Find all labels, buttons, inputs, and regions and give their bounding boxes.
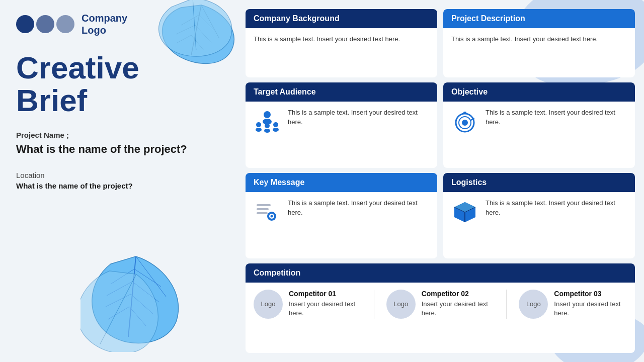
objective-title: Objective — [451, 87, 488, 96]
title-line2: Brief — [16, 83, 87, 118]
logo-circle-3 — [56, 15, 74, 33]
key-message-card: Key Message This is a sample text. — [246, 173, 437, 258]
competitor-2-item: Logo Competitor 02 Insert your desired t… — [386, 290, 495, 319]
company-background-title: Company Background — [254, 14, 340, 23]
svg-point-34 — [472, 118, 474, 120]
company-background-body: This is a sample text. Insert your desir… — [246, 28, 437, 50]
svg-point-20 — [264, 111, 271, 118]
location-label: Location — [16, 171, 220, 179]
competitor-3-logo: Logo — [519, 290, 548, 319]
svg-point-25 — [273, 128, 279, 132]
project-name-label: Project Name ; — [16, 131, 220, 139]
key-message-title: Key Message — [254, 178, 304, 187]
objective-body: This is a sample text. Insert your desir… — [443, 102, 635, 141]
competitor-2-desc: Insert your desired text here. — [422, 300, 495, 318]
leaf-decoration-bottom — [80, 251, 191, 352]
svg-point-23 — [256, 128, 262, 132]
svg-rect-35 — [257, 204, 271, 206]
logo-text: Company Logo — [82, 12, 127, 36]
objective-card: Objective — [443, 82, 635, 168]
target-audience-text: This is a sample text. Insert your desir… — [288, 108, 429, 127]
location-value: What is the name of the project? — [16, 182, 220, 190]
logo-circle-1 — [16, 15, 34, 33]
svg-point-24 — [273, 122, 278, 127]
competition-body: Logo Competitor 01 Insert your desired t… — [246, 283, 635, 326]
svg-rect-37 — [257, 212, 268, 214]
target-audience-card: Target Audience — [246, 82, 437, 168]
competitor-1-info: Competitor 01 Insert your desired text h… — [289, 290, 362, 318]
row-2: Target Audience — [246, 82, 635, 168]
key-message-header: Key Message — [246, 173, 437, 192]
project-description-header: Project Description — [443, 9, 635, 28]
competitor-3-name: Competitor 03 — [554, 290, 627, 298]
svg-point-26 — [265, 123, 270, 128]
top-row: Company Background This is a sample text… — [246, 9, 635, 77]
objective-text: This is a sample text. Insert your desir… — [486, 108, 627, 127]
key-message-text: This is a sample text. Insert your desir… — [288, 198, 429, 218]
logistics-body: This is a sample text. Insert your desir… — [443, 192, 635, 231]
competitor-1-logo: Logo — [254, 290, 283, 319]
objective-icon — [451, 108, 478, 135]
company-background-text: This is a sample text. Insert your desir… — [254, 35, 400, 43]
company-background-card: Company Background This is a sample text… — [246, 9, 437, 77]
svg-point-40 — [271, 215, 273, 217]
competitor-3-item: Logo Competitor 03 Insert your desired t… — [519, 290, 627, 319]
logistics-card: Logistics This is a sample text. Insert … — [443, 173, 635, 258]
project-description-title: Project Description — [451, 14, 525, 23]
competitor-2-name: Competitor 02 — [422, 290, 495, 298]
svg-point-27 — [264, 129, 270, 133]
logistics-header: Logistics — [443, 173, 635, 192]
competitor-3-info: Competitor 03 Insert your desired text h… — [554, 290, 627, 318]
competitor-2-logo: Logo — [386, 290, 416, 319]
comp-divider-1 — [374, 290, 374, 319]
title-line1: Creative — [16, 50, 139, 85]
comp-divider-2 — [506, 290, 507, 319]
leaf-decoration-top — [141, 0, 242, 70]
competitor-1-logo-text: Logo — [261, 300, 276, 308]
competitor-1-item: Logo Competitor 01 Insert your desired t… — [254, 290, 362, 319]
logistics-title: Logistics — [451, 178, 487, 187]
competitor-1-name: Competitor 01 — [289, 290, 362, 298]
target-audience-title: Target Audience — [254, 87, 316, 96]
competitor-3-desc: Insert your desired text here. — [554, 300, 627, 318]
competitor-2-logo-text: Logo — [393, 300, 408, 308]
target-audience-body: This is a sample text. Insert your desir… — [246, 102, 437, 141]
logo-text-line1: Company — [82, 13, 127, 24]
logo-circle-2 — [36, 15, 54, 33]
svg-point-30 — [462, 120, 468, 126]
logistics-icon — [451, 198, 478, 225]
logistics-text: This is a sample text. Insert your desir… — [486, 198, 627, 218]
target-audience-icon — [254, 108, 281, 135]
project-name-value: What is the name of the project? — [16, 142, 220, 157]
company-background-header: Company Background — [246, 9, 437, 28]
competition-section: Competition Logo Competitor 01 Insert yo… — [246, 263, 635, 353]
svg-point-22 — [256, 122, 261, 127]
right-panel: Company Background This is a sample text… — [236, 0, 644, 362]
competition-title: Competition — [254, 268, 300, 277]
svg-rect-36 — [257, 208, 269, 210]
project-description-card: Project Description This is a sample tex… — [443, 9, 635, 77]
logo-circles — [16, 15, 74, 33]
competition-header: Competition — [246, 263, 635, 283]
key-message-body: This is a sample text. Insert your desir… — [246, 192, 437, 231]
logo-text-line2: Logo — [82, 25, 106, 36]
row-3: Key Message This is a sample text. — [246, 173, 635, 258]
objective-header: Objective — [443, 82, 635, 102]
competitor-1-desc: Insert your desired text here. — [289, 300, 362, 318]
key-message-icon — [254, 198, 281, 225]
competitor-3-logo-text: Logo — [526, 300, 541, 308]
project-description-body: This is a sample text. Insert your desir… — [443, 28, 635, 50]
project-description-text: This is a sample text. Insert your desir… — [451, 35, 598, 43]
competitor-2-info: Competitor 02 Insert your desired text h… — [422, 290, 495, 318]
target-audience-header: Target Audience — [246, 82, 437, 102]
